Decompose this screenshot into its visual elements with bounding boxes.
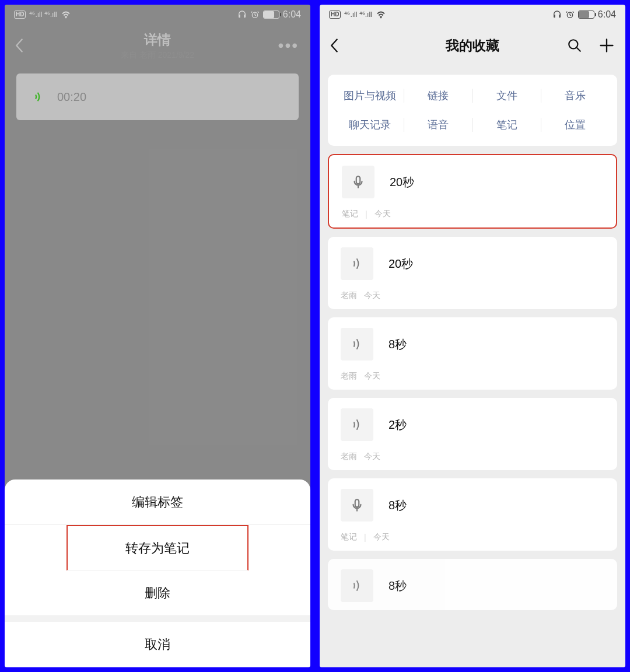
cat-voice[interactable]: 语音	[404, 118, 473, 132]
sound-icon	[341, 328, 373, 360]
nav-bar: 我的收藏	[320, 24, 625, 66]
category-card: 图片与视频 链接 文件 音乐 聊天记录 语音 笔记 位置	[328, 75, 617, 146]
signal-icon: ⁴⁶.ıll ⁴⁶.ıll	[29, 10, 57, 19]
favorite-meta-left: 老雨	[341, 452, 357, 462]
alarm-icon	[250, 10, 260, 19]
sound-icon	[341, 247, 373, 280]
favorite-title: 2秒	[388, 417, 407, 433]
signal-icon: ⁴⁶.ıll ⁴⁶.ıll	[344, 10, 372, 19]
mic-icon	[341, 489, 373, 522]
add-button[interactable]	[598, 37, 615, 54]
cat-files[interactable]: 文件	[473, 89, 541, 103]
svg-rect-4	[355, 499, 359, 507]
wifi-icon	[376, 10, 386, 19]
favorite-meta-left: 笔记	[341, 532, 357, 542]
sound-icon	[341, 408, 373, 441]
mic-icon	[342, 166, 374, 198]
sheet-save-as-note[interactable]: 转存为笔记	[66, 525, 249, 570]
more-button[interactable]: •••	[278, 36, 299, 55]
sheet-delete[interactable]: 删除	[5, 570, 310, 616]
battery-icon	[263, 10, 279, 19]
cat-location[interactable]: 位置	[541, 118, 609, 132]
favorites-body: 图片与视频 链接 文件 音乐 聊天记录 语音 笔记 位置 20秒 笔记	[320, 66, 625, 667]
svg-rect-3	[356, 176, 360, 184]
sound-icon	[341, 569, 373, 602]
sheet-cancel[interactable]: 取消	[5, 622, 310, 667]
page-subtitle: 来自 老雨 2021/9/22	[5, 50, 310, 61]
favorite-meta-left: 老雨	[341, 371, 357, 382]
favorite-item[interactable]: 8秒 笔记 | 今天	[328, 478, 617, 551]
search-button[interactable]	[567, 38, 582, 53]
page-title: 详情	[5, 31, 310, 49]
phone-favorites: HD ⁴⁶.ıll ⁴⁶.ıll 6:04 我的收藏	[320, 5, 625, 667]
meta-sep: |	[365, 209, 368, 219]
voice-message-card[interactable]: 00:20	[16, 74, 299, 120]
cat-images-videos[interactable]: 图片与视频	[336, 89, 404, 103]
favorite-item[interactable]: 20秒 笔记 | 今天	[328, 154, 617, 229]
favorite-meta-right: 今天	[373, 532, 390, 542]
status-bar: HD ⁴⁶.ıll ⁴⁶.ıll 6:04	[320, 5, 625, 24]
status-time: 6:04	[598, 9, 616, 20]
status-bar: HD ⁴⁶.ıll ⁴⁶.ıll 6:04	[5, 5, 310, 24]
nav-bar: 详情 来自 老雨 2021/9/22 •••	[5, 24, 310, 66]
cat-chat-history[interactable]: 聊天记录	[336, 118, 404, 132]
sheet-separator	[5, 616, 310, 622]
favorite-item[interactable]: 8秒 老雨 今天	[328, 317, 617, 390]
favorite-item[interactable]: 8秒	[328, 559, 617, 610]
favorite-meta-right: 今天	[364, 371, 380, 382]
cat-links[interactable]: 链接	[404, 89, 473, 103]
sheet-edit-tags[interactable]: 编辑标签	[5, 480, 310, 525]
favorite-title: 8秒	[388, 337, 407, 352]
voice-duration: 00:20	[57, 90, 86, 104]
favorite-title: 8秒	[388, 498, 407, 513]
favorite-title: 20秒	[390, 174, 414, 190]
favorite-meta-right: 今天	[364, 452, 380, 462]
status-time: 6:04	[283, 9, 301, 20]
meta-sep: |	[364, 533, 366, 542]
favorite-item[interactable]: 20秒 老雨 今天	[328, 237, 617, 309]
favorite-meta-left: 笔记	[342, 209, 358, 219]
hd-badge: HD	[14, 10, 26, 19]
cat-music[interactable]: 音乐	[541, 89, 609, 103]
favorite-meta-right: 今天	[374, 209, 391, 219]
favorite-meta-left: 老雨	[341, 290, 357, 301]
favorite-item[interactable]: 2秒 老雨 今天	[328, 398, 617, 470]
battery-icon	[578, 10, 594, 19]
alarm-icon	[565, 10, 575, 19]
headset-icon	[237, 10, 247, 19]
phone-detail: HD ⁴⁶.ıll ⁴⁶.ıll 6:04 详情 来自 老雨 2021/9/22…	[5, 5, 310, 667]
wifi-icon	[61, 10, 71, 19]
action-sheet: 编辑标签 转存为笔记 删除 取消	[5, 480, 310, 667]
sound-icon	[33, 90, 46, 103]
favorite-meta-right: 今天	[364, 290, 380, 301]
favorite-title: 20秒	[388, 256, 413, 272]
hd-badge: HD	[329, 10, 341, 19]
cat-notes[interactable]: 笔记	[473, 118, 541, 132]
headset-icon	[552, 10, 562, 19]
favorite-title: 8秒	[388, 578, 407, 594]
